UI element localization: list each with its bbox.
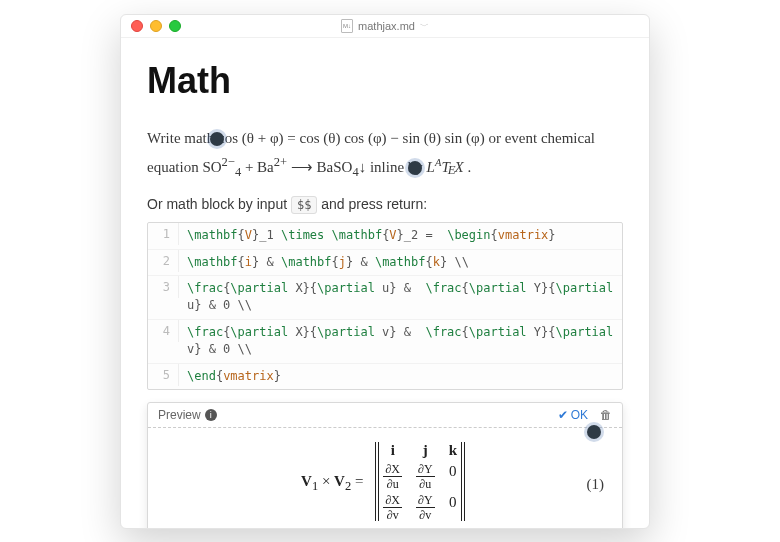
- math-source-editor[interactable]: 1\mathbf{V}_1 \times \mathbf{V}_2 = \beg…: [147, 222, 623, 390]
- preview-label: Preview: [158, 408, 201, 422]
- line-number: 4: [148, 320, 179, 342]
- text: and press return:: [321, 196, 427, 212]
- text: .: [468, 159, 472, 175]
- code-line[interactable]: 4\frac{\partial X}{\partial v} & \frac{\…: [148, 320, 622, 364]
- code-line[interactable]: 2\mathbf{i} & \mathbf{j} & \mathbf{k} \\: [148, 250, 622, 276]
- title-menu-chevron-icon[interactable]: ﹀: [420, 20, 429, 33]
- determinant: i j k ∂X∂u ∂Y∂u 0 ∂X∂v ∂Y∂v 0: [371, 442, 469, 521]
- code-line[interactable]: 5\end{vmatrix}: [148, 364, 622, 389]
- page-heading: Math: [147, 60, 623, 102]
- ok-label: OK: [571, 408, 588, 422]
- matrix-header: k: [449, 442, 457, 459]
- hint-dot: [587, 425, 601, 439]
- matrix-header: j: [416, 442, 435, 459]
- math-preview-panel: Preview i ✔ OK 🗑 V1 × V2 =: [147, 402, 623, 529]
- inline-chem-equation: SO2−4 + Ba2+ ⟶ BaSO4↓: [202, 159, 370, 175]
- ok-button[interactable]: ✔ OK: [558, 408, 588, 422]
- matrix-header: i: [383, 442, 402, 459]
- code-line[interactable]: 3\frac{\partial X}{\partial u} & \frac{\…: [148, 276, 622, 320]
- preview-header: Preview i ✔ OK 🗑: [148, 403, 622, 428]
- line-number: 3: [148, 276, 179, 298]
- matrix-cell: ∂Y∂v: [416, 494, 435, 521]
- document-filename: mathjax.md: [358, 20, 415, 32]
- file-icon: M↓: [341, 19, 353, 33]
- matrix-cell: 0: [449, 463, 457, 490]
- line-number: 2: [148, 250, 179, 272]
- matrix-cell: 0: [449, 494, 457, 521]
- text: Or math block by input: [147, 196, 291, 212]
- latex-logo: LATEX: [427, 159, 468, 175]
- instruction-paragraph: Or math block by input $$ and press retu…: [147, 196, 623, 212]
- kbd-dollar-dollar: $$: [291, 196, 317, 214]
- info-icon[interactable]: i: [205, 409, 217, 421]
- equation-number: (1): [587, 475, 605, 492]
- code-source[interactable]: \frac{\partial X}{\partial v} & \frac{\p…: [179, 320, 622, 363]
- code-source[interactable]: \frac{\partial X}{\partial u} & \frac{\p…: [179, 276, 622, 319]
- text: Write math: [147, 130, 218, 146]
- hint-dot: [408, 161, 422, 175]
- rendered-equation: V1 × V2 = i j k ∂X∂u ∂Y∂u 0 ∂: [158, 442, 612, 521]
- code-source[interactable]: \end{vmatrix}: [179, 364, 622, 389]
- matrix-cell: ∂X∂v: [383, 494, 402, 521]
- inline-math-trig: cos (θ + φ) = cos (θ) cos (φ) − sin (θ) …: [218, 130, 485, 146]
- preview-body: V1 × V2 = i j k ∂X∂u ∂Y∂u 0 ∂: [148, 428, 622, 529]
- check-icon: ✔: [558, 408, 568, 422]
- line-number: 1: [148, 223, 179, 245]
- document-body[interactable]: Math Write math cos (θ + φ) = cos (θ) co…: [121, 38, 649, 529]
- delete-button[interactable]: 🗑: [600, 408, 612, 422]
- equation-lhs: V1 × V2 =: [301, 473, 363, 490]
- line-number: 5: [148, 364, 179, 386]
- code-source[interactable]: \mathbf{V}_1 \times \mathbf{V}_2 = \begi…: [179, 223, 622, 248]
- code-line[interactable]: 1\mathbf{V}_1 \times \mathbf{V}_2 = \beg…: [148, 223, 622, 249]
- titlebar: M↓ mathjax.md ﹀: [121, 15, 649, 38]
- code-source[interactable]: \mathbf{i} & \mathbf{j} & \mathbf{k} \\: [179, 250, 622, 275]
- trash-icon: 🗑: [600, 408, 612, 422]
- matrix-cell: ∂Y∂u: [416, 463, 435, 490]
- title-center: M↓ mathjax.md ﹀: [121, 15, 649, 37]
- hint-dot: [210, 132, 224, 146]
- matrix-cell: ∂X∂u: [383, 463, 402, 490]
- editor-window: M↓ mathjax.md ﹀ Math Write math cos (θ +…: [120, 14, 650, 529]
